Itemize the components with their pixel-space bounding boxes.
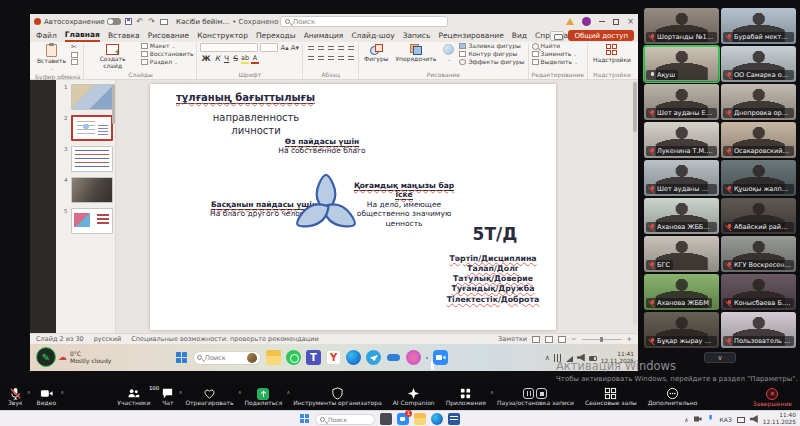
arrange-button[interactable]: Упорядочить xyxy=(393,43,438,64)
ppt-search-box[interactable]: Поиск xyxy=(280,16,448,27)
reset-button[interactable]: Восстановить xyxy=(141,51,194,58)
close-button[interactable]: × xyxy=(627,18,634,26)
redo-icon[interactable]: ↷ xyxy=(148,17,155,26)
slide-sorter-icon[interactable] xyxy=(545,336,553,343)
share-screen-button[interactable]: ∧ Поделиться xyxy=(245,387,283,407)
display-icon[interactable] xyxy=(737,417,745,423)
canvas-scrollbar[interactable] xyxy=(633,82,637,325)
reading-view-icon[interactable] xyxy=(558,336,566,343)
account-avatar[interactable] xyxy=(582,17,591,26)
zoom-app-icon[interactable] xyxy=(433,350,448,365)
thumbnail-scrollbar[interactable] xyxy=(112,84,115,124)
participant-tile[interactable]: Абайский район СШ xyxy=(721,198,796,234)
cut-icon[interactable]: ✂ xyxy=(71,43,78,51)
zoom-in-icon[interactable]: + xyxy=(627,335,632,343)
participant-tile[interactable]: Шет ауданы Ерфил. xyxy=(644,84,719,120)
slide-thumbnail-4[interactable]: 4 xyxy=(64,177,113,203)
participant-tile[interactable]: ОО Самарка орта м. xyxy=(721,46,796,82)
file-explorer-icon[interactable] xyxy=(414,413,426,425)
zoom-app-icon[interactable]: 1 xyxy=(397,413,409,425)
participant-tile[interactable]: Осакаровский район xyxy=(721,122,796,158)
slide-thumbnail-2-selected[interactable]: 2 xyxy=(64,115,113,141)
ppt-tab-slideshow[interactable]: Слайд-шоу xyxy=(351,31,394,40)
mute-button[interactable]: ∧ Звук xyxy=(8,387,23,407)
more-button[interactable]: Дополнительно xyxy=(648,387,698,407)
save-icon[interactable] xyxy=(125,18,132,25)
start-button[interactable] xyxy=(300,414,310,424)
edge-icon[interactable] xyxy=(346,350,361,365)
chat-button[interactable]: ∧ Чат xyxy=(161,387,174,407)
language-indicator[interactable]: русский xyxy=(94,335,122,343)
align-right-icon[interactable] xyxy=(326,53,335,62)
annotation-pen-icon[interactable]: ✎ xyxy=(36,347,56,367)
photos-icon[interactable] xyxy=(406,350,421,365)
participant-tile[interactable]: Құшоқы жалпы орта xyxy=(721,160,796,196)
weather-widget[interactable]: ☁ 0°C Mostly cloudy xyxy=(58,351,111,365)
line-spacing-icon[interactable] xyxy=(346,43,355,52)
video-button[interactable]: ∧ Видео xyxy=(37,387,57,407)
shapes-button[interactable]: Фигуры xyxy=(362,43,390,64)
edge-icon[interactable] xyxy=(431,413,443,425)
ppt-tab-record[interactable]: Запись xyxy=(403,31,431,40)
font-name-select[interactable] xyxy=(200,43,258,52)
shape-fill-button[interactable]: Заливка фигуры xyxy=(459,43,524,50)
italic-button[interactable]: К xyxy=(214,54,221,63)
slide-thumbnail-3[interactable]: 3 xyxy=(64,146,113,172)
ppt-tab-review[interactable]: Рецензирование xyxy=(438,31,503,40)
participant-tile[interactable]: Бұқар жырау аудан. xyxy=(644,312,719,348)
replace-button[interactable]: Заменить xyxy=(532,51,578,58)
clock[interactable]: 11:40 12.11.2025 xyxy=(763,412,796,426)
breakout-rooms-button[interactable]: Сеансовые залы xyxy=(585,387,637,407)
teams-icon[interactable] xyxy=(306,350,321,365)
ppt-tab-draw[interactable]: Рисование xyxy=(148,31,190,40)
ppt-tab-file[interactable]: Файл xyxy=(36,31,57,40)
current-slide[interactable]: тұлғаның бағыттылығы направленность личн… xyxy=(150,84,556,330)
increase-font-icon[interactable]: А▴ xyxy=(280,44,288,52)
zoom-slider[interactable] xyxy=(582,339,622,340)
slide-thumbnail-5[interactable]: 5 xyxy=(64,208,113,234)
accessibility-status[interactable]: Специальные возможности: проверьте реком… xyxy=(131,335,318,343)
shape-outline-button[interactable]: Контур фигуры xyxy=(459,51,524,58)
font-color-button[interactable]: А xyxy=(251,55,259,63)
language-indicator[interactable]: КАЗ xyxy=(720,416,732,423)
share-document-button[interactable]: Общий доступ xyxy=(568,30,634,41)
notes-button[interactable]: Заметки xyxy=(498,335,527,343)
stop-recording-icon[interactable] xyxy=(536,388,547,399)
indent-increase-icon[interactable] xyxy=(336,43,345,52)
mic-in-use-icon[interactable] xyxy=(707,415,715,423)
taskbar-search-box[interactable]: Поиск xyxy=(193,351,261,365)
paste-button[interactable]: Вставить xyxy=(35,43,68,72)
justify-icon[interactable] xyxy=(336,53,345,62)
participant-tile[interactable]: Аханова ЖББМ К. xyxy=(644,198,719,234)
ppt-tab-insert[interactable]: Вставка xyxy=(108,31,140,40)
ppt-tab-home[interactable]: Главная xyxy=(65,30,100,42)
participant-tile[interactable]: Бурабай мектеп орт. xyxy=(721,8,796,44)
participants-button[interactable]: 100 Участники xyxy=(117,387,150,407)
normal-view-icon[interactable] xyxy=(532,336,540,343)
undo-icon[interactable]: ↶ xyxy=(137,17,144,26)
columns-icon[interactable] xyxy=(346,53,355,62)
participant-tile[interactable]: БГС xyxy=(644,236,719,272)
ppt-tab-view[interactable]: Вид xyxy=(512,31,527,40)
volume-icon[interactable] xyxy=(750,415,758,423)
file-explorer-icon[interactable] xyxy=(266,350,281,365)
participant-tile[interactable]: Конысбаева Б.С Бұқ. xyxy=(721,274,796,310)
section-button[interactable]: Раздел xyxy=(141,59,194,66)
format-painter-icon[interactable] xyxy=(71,59,78,65)
host-tools-button[interactable]: Инструменты организатора xyxy=(293,387,382,407)
task-view-icon[interactable] xyxy=(380,413,392,425)
powerpoint-taskbar-icon-active[interactable] xyxy=(426,357,428,359)
tray-expand-icon[interactable]: ∧ xyxy=(545,354,550,362)
bullets-icon[interactable] xyxy=(306,43,315,52)
ppt-tab-animations[interactable]: Анимация xyxy=(304,31,344,40)
participant-tile[interactable]: Шортанды №1 мекеме xyxy=(644,8,719,44)
yandex-browser-icon[interactable] xyxy=(326,350,341,365)
align-center-icon[interactable] xyxy=(316,53,325,62)
ppt-tab-design[interactable]: Конструктор xyxy=(197,31,248,40)
participant-tile[interactable]: Днепровка орта мек. xyxy=(721,84,796,120)
tray-expand-icon[interactable]: ∧ xyxy=(684,416,688,423)
participant-tile[interactable]: Аханова ЖББМ xyxy=(644,274,719,310)
layout-button[interactable]: Макет xyxy=(141,43,194,50)
ppt-tab-transitions[interactable]: Переходы xyxy=(256,31,296,40)
apps-button[interactable]: ∧ Приложения xyxy=(446,387,486,407)
